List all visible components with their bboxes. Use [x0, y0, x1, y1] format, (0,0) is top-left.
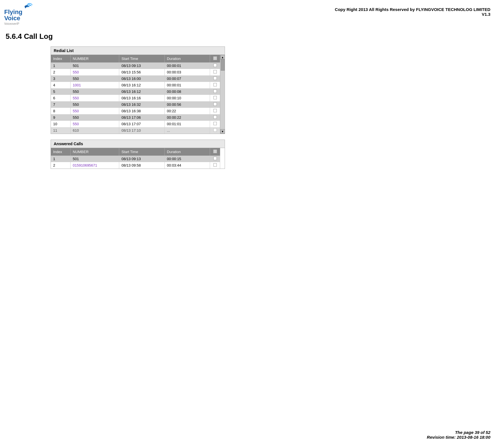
- table-row: 1 501 08/13 09:13 00:00:01: [51, 62, 220, 69]
- select-all-checkbox[interactable]: [213, 56, 217, 60]
- row-checkbox-cell[interactable]: [210, 108, 220, 114]
- row-checkbox-cell[interactable]: [210, 82, 220, 88]
- row-duration: 00:00:08: [164, 88, 210, 95]
- row-checkbox[interactable]: [213, 89, 217, 93]
- revision-info: Revision time: 2013-08-16 18:00: [427, 435, 490, 440]
- row-checkbox[interactable]: [213, 64, 217, 67]
- table-row: 10 550 08/13 17:07 00:01:01: [51, 121, 220, 127]
- row-checkbox[interactable]: [213, 109, 217, 112]
- table-row: 2 550 08/13 15:56 00:00:03: [51, 69, 220, 75]
- row-checkbox[interactable]: [213, 96, 217, 99]
- scroll-up-button[interactable]: ▲: [220, 55, 225, 59]
- row-checkbox-cell[interactable]: [210, 121, 220, 127]
- svg-text:Voice: Voice: [4, 15, 20, 22]
- answered-calls-section: Answered Calls Index NUMBER Start Time D…: [51, 140, 225, 169]
- row-duration: 00:03:44: [164, 162, 210, 169]
- row-number: 610: [70, 127, 119, 134]
- row-number: 501: [70, 156, 119, 162]
- row-duration: 00:22: [164, 108, 210, 114]
- row-checkbox[interactable]: [213, 102, 217, 106]
- scroll-down-button[interactable]: ▼: [220, 129, 225, 134]
- row-start-time: 08/13 16:00: [119, 75, 164, 82]
- row-start-time: 08/13 16:12: [119, 82, 164, 88]
- row-checkbox[interactable]: [213, 83, 217, 86]
- row-start-time: 08/13 17:10: [119, 127, 164, 134]
- row-checkbox[interactable]: [213, 115, 217, 119]
- svg-text:VoiceoverIP: VoiceoverIP: [4, 22, 19, 25]
- row-checkbox[interactable]: [213, 77, 217, 80]
- row-start-time: 08/13 09:58: [119, 162, 164, 169]
- row-checkbox-cell[interactable]: [210, 101, 220, 108]
- row-checkbox-cell[interactable]: [210, 95, 220, 101]
- row-index: 11: [51, 127, 70, 134]
- row-checkbox[interactable]: [213, 128, 217, 132]
- col-check-header[interactable]: [210, 55, 220, 62]
- col-index: Index: [51, 55, 70, 62]
- row-checkbox-cell[interactable]: [210, 156, 220, 162]
- row-checkbox-cell[interactable]: [210, 114, 220, 121]
- row-start-time: 08/13 16:32: [119, 101, 164, 108]
- row-start-time: 08/13 17:06: [119, 114, 164, 121]
- row-checkbox-cell[interactable]: [210, 127, 220, 134]
- table-row: 5 550 08/13 16:12 00:00:08: [51, 88, 220, 95]
- row-index: 3: [51, 75, 70, 82]
- answered-calls-table: Index NUMBER Start Time Duration 1 501 0…: [51, 148, 220, 169]
- redial-scrollbar[interactable]: ▲ ▼: [220, 55, 225, 134]
- answered-calls-table-wrapper: Index NUMBER Start Time Duration 1 501 0…: [51, 148, 225, 169]
- scroll-thumb[interactable]: [221, 59, 225, 71]
- scroll-track: [221, 59, 225, 129]
- select-all-answered-checkbox[interactable]: [213, 149, 217, 153]
- row-checkbox[interactable]: [213, 70, 217, 73]
- table-row: 8 550 08/13 16:38 00:22: [51, 108, 220, 114]
- row-checkbox-cell[interactable]: [210, 62, 220, 69]
- row-start-time: 08/13 17:07: [119, 121, 164, 127]
- row-checkbox[interactable]: [213, 122, 217, 125]
- col-number: NUMBER: [70, 55, 119, 62]
- col-start-time: Start Time: [119, 148, 164, 156]
- row-index: 2: [51, 162, 70, 169]
- row-index: 6: [51, 95, 70, 101]
- row-checkbox-cell[interactable]: [210, 75, 220, 82]
- table-row: 7 550 08/13 16:32 00:00:56: [51, 101, 220, 108]
- row-number: 550: [70, 88, 119, 95]
- row-start-time: 08/13 15:56: [119, 69, 164, 75]
- row-duration: 00:00:15: [164, 156, 210, 162]
- row-checkbox-cell[interactable]: [210, 88, 220, 95]
- table-row: 3 550 08/13 16:00 00:00:07: [51, 75, 220, 82]
- row-number: 1001: [70, 82, 119, 88]
- page-title: 5.6.4 Call Log: [0, 29, 496, 46]
- row-index: 7: [51, 101, 70, 108]
- row-start-time: 08/13 16:12: [119, 88, 164, 95]
- page-info: The page 39 of 52: [427, 430, 490, 435]
- row-checkbox-cell[interactable]: [210, 162, 220, 169]
- col-duration: Duration: [164, 148, 210, 156]
- row-index: 8: [51, 108, 70, 114]
- row-duration: 00:00:01: [164, 82, 210, 88]
- logo: Flying Voice VoiceoverIP: [3, 3, 37, 29]
- table-row: 9 550 08/13 17:06 00:00:22: [51, 114, 220, 121]
- row-number: 550: [70, 121, 119, 127]
- content-area: Redial List Index NUMBER Start Time Dura…: [0, 46, 496, 169]
- redial-list-table: Index NUMBER Start Time Duration 1 501 0…: [51, 55, 220, 134]
- page-header: Flying Voice VoiceoverIP Copy Right 2013…: [0, 0, 496, 29]
- row-index: 9: [51, 114, 70, 121]
- row-duration: 00:00:03: [164, 69, 210, 75]
- row-checkbox[interactable]: [213, 163, 217, 167]
- row-number: 501: [70, 62, 119, 69]
- row-number: 015910695671: [70, 162, 119, 169]
- row-duration: 00:00:01: [164, 62, 210, 69]
- redial-list-header: Redial List: [51, 47, 225, 55]
- table-row: 1 501 08/13 09:13 00:00:15: [51, 156, 220, 162]
- col-number: NUMBER: [70, 148, 119, 156]
- answered-scrollbar: [220, 148, 225, 169]
- redial-list-table-wrapper: Index NUMBER Start Time Duration 1 501 0…: [51, 55, 225, 134]
- row-checkbox-cell[interactable]: [210, 69, 220, 75]
- col-check-header[interactable]: [210, 148, 220, 156]
- col-duration: Duration: [164, 55, 210, 62]
- row-checkbox[interactable]: [213, 157, 217, 160]
- table-row: 6 550 08/13 16:16 00:00:10: [51, 95, 220, 101]
- row-number: 550: [70, 114, 119, 121]
- row-start-time: 08/13 16:16: [119, 95, 164, 101]
- table-row: 11 610 08/13 17:10 ...: [51, 127, 220, 134]
- row-number: 550: [70, 69, 119, 75]
